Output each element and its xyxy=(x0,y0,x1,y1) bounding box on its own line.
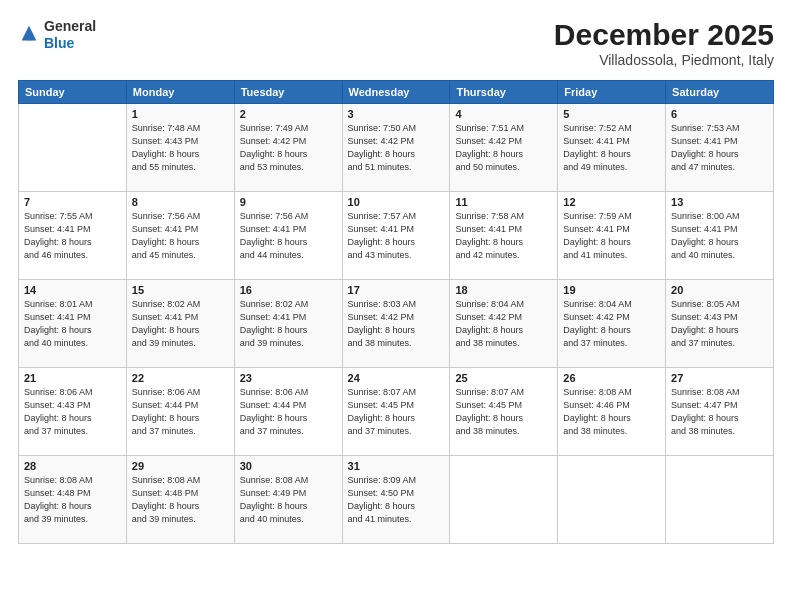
day-number: 2 xyxy=(240,108,337,120)
calendar-week-4: 21Sunrise: 8:06 AMSunset: 4:43 PMDayligh… xyxy=(19,368,774,456)
day-number: 15 xyxy=(132,284,229,296)
day-number: 4 xyxy=(455,108,552,120)
day-number: 29 xyxy=(132,460,229,472)
day-info: Sunrise: 8:03 AMSunset: 4:42 PMDaylight:… xyxy=(348,298,445,350)
day-number: 22 xyxy=(132,372,229,384)
calendar-cell: 30Sunrise: 8:08 AMSunset: 4:49 PMDayligh… xyxy=(234,456,342,544)
calendar-cell: 3Sunrise: 7:50 AMSunset: 4:42 PMDaylight… xyxy=(342,104,450,192)
day-number: 31 xyxy=(348,460,445,472)
day-number: 19 xyxy=(563,284,660,296)
calendar-cell: 16Sunrise: 8:02 AMSunset: 4:41 PMDayligh… xyxy=(234,280,342,368)
logo-general: General xyxy=(44,18,96,34)
day-info: Sunrise: 8:08 AMSunset: 4:48 PMDaylight:… xyxy=(132,474,229,526)
header-day-monday: Monday xyxy=(126,81,234,104)
day-number: 16 xyxy=(240,284,337,296)
day-info: Sunrise: 7:51 AMSunset: 4:42 PMDaylight:… xyxy=(455,122,552,174)
calendar-cell: 7Sunrise: 7:55 AMSunset: 4:41 PMDaylight… xyxy=(19,192,127,280)
logo-icon xyxy=(18,24,40,46)
day-number: 28 xyxy=(24,460,121,472)
day-info: Sunrise: 8:04 AMSunset: 4:42 PMDaylight:… xyxy=(455,298,552,350)
day-info: Sunrise: 7:48 AMSunset: 4:43 PMDaylight:… xyxy=(132,122,229,174)
calendar-cell: 29Sunrise: 8:08 AMSunset: 4:48 PMDayligh… xyxy=(126,456,234,544)
day-number: 27 xyxy=(671,372,768,384)
calendar-week-2: 7Sunrise: 7:55 AMSunset: 4:41 PMDaylight… xyxy=(19,192,774,280)
calendar-cell: 26Sunrise: 8:08 AMSunset: 4:46 PMDayligh… xyxy=(558,368,666,456)
calendar-cell xyxy=(450,456,558,544)
day-number: 8 xyxy=(132,196,229,208)
day-info: Sunrise: 8:06 AMSunset: 4:44 PMDaylight:… xyxy=(132,386,229,438)
logo-blue: Blue xyxy=(44,35,74,51)
calendar-table: SundayMondayTuesdayWednesdayThursdayFrid… xyxy=(18,80,774,544)
day-info: Sunrise: 8:01 AMSunset: 4:41 PMDaylight:… xyxy=(24,298,121,350)
calendar-week-3: 14Sunrise: 8:01 AMSunset: 4:41 PMDayligh… xyxy=(19,280,774,368)
day-info: Sunrise: 7:49 AMSunset: 4:42 PMDaylight:… xyxy=(240,122,337,174)
calendar-cell: 6Sunrise: 7:53 AMSunset: 4:41 PMDaylight… xyxy=(666,104,774,192)
day-number: 25 xyxy=(455,372,552,384)
calendar-cell: 22Sunrise: 8:06 AMSunset: 4:44 PMDayligh… xyxy=(126,368,234,456)
day-info: Sunrise: 8:07 AMSunset: 4:45 PMDaylight:… xyxy=(348,386,445,438)
calendar-cell xyxy=(558,456,666,544)
header: General Blue December 2025 Villadossola,… xyxy=(18,18,774,68)
day-info: Sunrise: 7:55 AMSunset: 4:41 PMDaylight:… xyxy=(24,210,121,262)
day-number: 13 xyxy=(671,196,768,208)
day-info: Sunrise: 7:52 AMSunset: 4:41 PMDaylight:… xyxy=(563,122,660,174)
day-info: Sunrise: 8:06 AMSunset: 4:44 PMDaylight:… xyxy=(240,386,337,438)
calendar-cell: 10Sunrise: 7:57 AMSunset: 4:41 PMDayligh… xyxy=(342,192,450,280)
day-info: Sunrise: 8:02 AMSunset: 4:41 PMDaylight:… xyxy=(132,298,229,350)
day-info: Sunrise: 8:04 AMSunset: 4:42 PMDaylight:… xyxy=(563,298,660,350)
day-info: Sunrise: 8:02 AMSunset: 4:41 PMDaylight:… xyxy=(240,298,337,350)
logo: General Blue xyxy=(18,18,96,52)
day-number: 3 xyxy=(348,108,445,120)
day-info: Sunrise: 7:56 AMSunset: 4:41 PMDaylight:… xyxy=(132,210,229,262)
calendar-week-5: 28Sunrise: 8:08 AMSunset: 4:48 PMDayligh… xyxy=(19,456,774,544)
day-info: Sunrise: 7:53 AMSunset: 4:41 PMDaylight:… xyxy=(671,122,768,174)
calendar-cell: 25Sunrise: 8:07 AMSunset: 4:45 PMDayligh… xyxy=(450,368,558,456)
calendar-cell: 31Sunrise: 8:09 AMSunset: 4:50 PMDayligh… xyxy=(342,456,450,544)
calendar-cell: 12Sunrise: 7:59 AMSunset: 4:41 PMDayligh… xyxy=(558,192,666,280)
day-info: Sunrise: 8:07 AMSunset: 4:45 PMDaylight:… xyxy=(455,386,552,438)
day-number: 12 xyxy=(563,196,660,208)
day-number: 14 xyxy=(24,284,121,296)
day-info: Sunrise: 7:50 AMSunset: 4:42 PMDaylight:… xyxy=(348,122,445,174)
day-info: Sunrise: 8:00 AMSunset: 4:41 PMDaylight:… xyxy=(671,210,768,262)
calendar-cell xyxy=(19,104,127,192)
header-day-saturday: Saturday xyxy=(666,81,774,104)
header-day-friday: Friday xyxy=(558,81,666,104)
header-day-tuesday: Tuesday xyxy=(234,81,342,104)
calendar-cell: 24Sunrise: 8:07 AMSunset: 4:45 PMDayligh… xyxy=(342,368,450,456)
logo-text: General Blue xyxy=(44,18,96,52)
day-number: 18 xyxy=(455,284,552,296)
day-info: Sunrise: 8:08 AMSunset: 4:48 PMDaylight:… xyxy=(24,474,121,526)
calendar-cell: 4Sunrise: 7:51 AMSunset: 4:42 PMDaylight… xyxy=(450,104,558,192)
page: General Blue December 2025 Villadossola,… xyxy=(0,0,792,612)
calendar-cell: 8Sunrise: 7:56 AMSunset: 4:41 PMDaylight… xyxy=(126,192,234,280)
day-info: Sunrise: 7:58 AMSunset: 4:41 PMDaylight:… xyxy=(455,210,552,262)
calendar-cell: 14Sunrise: 8:01 AMSunset: 4:41 PMDayligh… xyxy=(19,280,127,368)
day-number: 9 xyxy=(240,196,337,208)
calendar-cell: 15Sunrise: 8:02 AMSunset: 4:41 PMDayligh… xyxy=(126,280,234,368)
day-number: 6 xyxy=(671,108,768,120)
calendar-cell: 13Sunrise: 8:00 AMSunset: 4:41 PMDayligh… xyxy=(666,192,774,280)
calendar-header-row: SundayMondayTuesdayWednesdayThursdayFrid… xyxy=(19,81,774,104)
location-subtitle: Villadossola, Piedmont, Italy xyxy=(554,52,774,68)
day-number: 21 xyxy=(24,372,121,384)
header-day-wednesday: Wednesday xyxy=(342,81,450,104)
calendar-cell: 2Sunrise: 7:49 AMSunset: 4:42 PMDaylight… xyxy=(234,104,342,192)
day-number: 1 xyxy=(132,108,229,120)
day-info: Sunrise: 8:08 AMSunset: 4:49 PMDaylight:… xyxy=(240,474,337,526)
calendar-cell: 11Sunrise: 7:58 AMSunset: 4:41 PMDayligh… xyxy=(450,192,558,280)
calendar-cell: 1Sunrise: 7:48 AMSunset: 4:43 PMDaylight… xyxy=(126,104,234,192)
day-number: 30 xyxy=(240,460,337,472)
day-info: Sunrise: 8:09 AMSunset: 4:50 PMDaylight:… xyxy=(348,474,445,526)
day-info: Sunrise: 8:08 AMSunset: 4:46 PMDaylight:… xyxy=(563,386,660,438)
day-number: 5 xyxy=(563,108,660,120)
calendar-cell: 27Sunrise: 8:08 AMSunset: 4:47 PMDayligh… xyxy=(666,368,774,456)
day-number: 24 xyxy=(348,372,445,384)
day-number: 7 xyxy=(24,196,121,208)
day-number: 23 xyxy=(240,372,337,384)
calendar-cell: 21Sunrise: 8:06 AMSunset: 4:43 PMDayligh… xyxy=(19,368,127,456)
calendar-cell: 19Sunrise: 8:04 AMSunset: 4:42 PMDayligh… xyxy=(558,280,666,368)
day-number: 10 xyxy=(348,196,445,208)
day-info: Sunrise: 7:59 AMSunset: 4:41 PMDaylight:… xyxy=(563,210,660,262)
header-day-thursday: Thursday xyxy=(450,81,558,104)
